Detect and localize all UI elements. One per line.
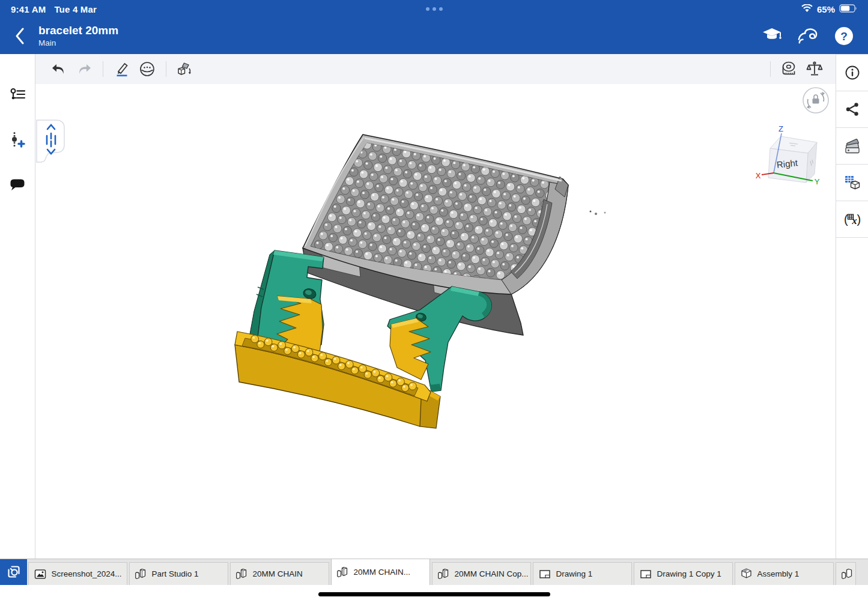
tab-label: 20MM CHAIN Cop... (455, 569, 529, 578)
tab-manager-button[interactable] (0, 559, 27, 585)
status-time: 9:41 AM (11, 4, 46, 14)
document-title: bracelet 20mm (38, 24, 118, 37)
part-studio-icon (235, 568, 248, 580)
status-date: Tue 4 Mar (54, 4, 97, 14)
tab-label: Drawing 1 Copy 1 (657, 569, 721, 578)
learning-center-icon[interactable] (761, 25, 783, 47)
left-rail (0, 54, 35, 559)
connection-icon[interactable] (797, 25, 819, 47)
info-icon[interactable] (836, 55, 868, 91)
insert-icon[interactable] (6, 129, 29, 151)
tab-label: Drawing 1 (556, 569, 593, 578)
mate-points (590, 211, 606, 216)
battery-icon (839, 4, 857, 14)
model-3d[interactable] (235, 135, 606, 428)
right-rail: (x) (836, 54, 868, 559)
redo-icon[interactable] (71, 57, 97, 81)
comment-icon[interactable] (6, 173, 29, 196)
part-studio-icon (437, 568, 450, 580)
part-studio-icon (135, 568, 147, 580)
appearance-icon[interactable] (836, 128, 868, 165)
workspace-name[interactable]: Main (38, 38, 118, 48)
model-canvas[interactable]: Right Z X Y (35, 84, 836, 559)
tab-drawing-1[interactable]: Drawing 1 (533, 562, 632, 585)
variables-icon[interactable]: (x) (836, 201, 868, 238)
render-style-icon[interactable] (135, 57, 160, 81)
tab-20mm-chain-active[interactable]: 20MM CHAIN... (331, 559, 430, 585)
drawing-icon (639, 568, 652, 581)
toolbar-separator (166, 61, 166, 77)
toolbar-separator (770, 61, 771, 77)
tab-label: Screenshot_2024... (52, 569, 122, 578)
axis-x-label: X (756, 171, 761, 180)
configuration-icon[interactable] (836, 165, 868, 201)
view-cube[interactable]: Right Z X Y (756, 124, 820, 186)
part-studio-icon (841, 568, 854, 580)
assembly-icon (740, 568, 753, 580)
undo-icon[interactable] (46, 57, 71, 81)
tab-label: Assembly 1 (757, 569, 800, 578)
tab-screenshot[interactable]: Screenshot_2024... (28, 562, 127, 585)
tab-partial[interactable] (836, 562, 856, 585)
feature-panel-handle[interactable] (37, 120, 64, 162)
battery-percent: 65% (817, 4, 835, 14)
sketch-icon[interactable] (109, 57, 135, 81)
back-button[interactable] (10, 24, 30, 48)
part-studio-icon (336, 566, 349, 578)
tab-part-studio-1[interactable]: Part Studio 1 (129, 562, 228, 585)
home-indicator[interactable] (318, 592, 550, 596)
multitasking-dots-icon[interactable] (426, 7, 443, 11)
tab-drawing-1-copy-1[interactable]: Drawing 1 Copy 1 (634, 562, 733, 585)
status-bar: 9:41 AM Tue 4 Mar 65% (0, 0, 868, 18)
home-area (0, 585, 868, 603)
rotation-lock-button[interactable] (803, 88, 828, 113)
axis-y-label: Y (815, 177, 820, 186)
document-tab-bar: Screenshot_2024... Part Studio 1 20MM CH… (0, 559, 868, 585)
axis-z-label: Z (778, 124, 783, 133)
image-icon (34, 568, 47, 581)
tab-label: 20MM CHAIN (253, 569, 303, 578)
feature-list-icon[interactable] (6, 84, 29, 107)
transform-icon[interactable] (172, 57, 198, 81)
toolbar-separator (103, 61, 103, 77)
tab-label: 20MM CHAIN... (354, 568, 411, 577)
mass-properties-icon[interactable] (802, 57, 827, 81)
share-icon[interactable] (836, 91, 868, 128)
tab-20mm-chain[interactable]: 20MM CHAIN (230, 562, 329, 585)
tab-20mm-chain-copy[interactable]: 20MM CHAIN Cop... (432, 562, 531, 585)
tab-label: Part Studio 1 (152, 569, 199, 578)
svg-text:x: x (851, 216, 857, 226)
svg-text:?: ? (840, 30, 848, 43)
measure-icon[interactable] (777, 57, 802, 81)
nav-bar: bracelet 20mm Main ? (0, 18, 868, 54)
svg-text:): ) (857, 213, 861, 226)
wifi-icon (801, 4, 813, 14)
help-icon[interactable]: ? (833, 25, 855, 47)
tab-assembly-1[interactable]: Assembly 1 (735, 562, 834, 585)
drawing-icon (538, 568, 551, 581)
toolbar (35, 54, 836, 84)
